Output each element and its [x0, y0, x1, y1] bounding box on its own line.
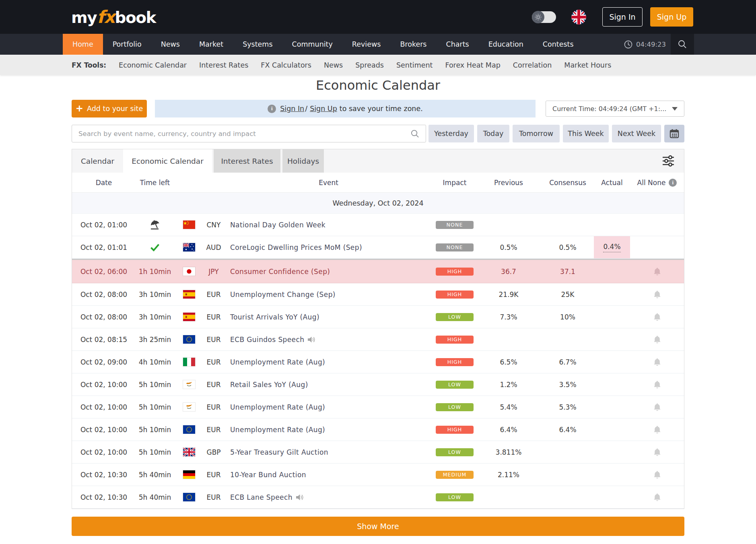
event-search-input[interactable]	[72, 130, 410, 138]
search-icon[interactable]	[410, 129, 420, 138]
event-name[interactable]: Tourist Arrivals YoY (Aug)	[223, 306, 434, 328]
fx-tool-link-interest-rates[interactable]: Interest Rates	[199, 61, 248, 69]
fx-tool-link-spreads[interactable]: Spreads	[355, 61, 384, 69]
event-row[interactable]: Oct 02, 09:004h 10minEURUnemployment Rat…	[72, 351, 684, 373]
timezone-select-value: Current Time: 04:49:24 (GMT +1:...	[552, 105, 666, 113]
event-flag	[174, 351, 204, 373]
calendar-picker-button[interactable]	[664, 125, 684, 142]
event-previous	[476, 328, 542, 350]
tab-economic-calendar[interactable]: Economic Calendar	[123, 149, 212, 173]
event-consensus: 0.5%	[542, 236, 594, 258]
event-currency: EUR	[204, 328, 223, 350]
tab-interest-rates[interactable]: Interest Rates	[214, 149, 280, 173]
event-row[interactable]: Oct 02, 10:005h 10minEURUnemployment Rat…	[72, 418, 684, 441]
nav-item-education[interactable]: Education	[479, 34, 533, 55]
event-row[interactable]: Oct 02, 10:005h 10minGBP5-Year Treasury …	[72, 441, 684, 464]
event-impact: LOW	[434, 441, 476, 463]
event-name[interactable]: Unemployment Change (Sep)	[223, 283, 434, 305]
actual-highlight-cell[interactable]: 0.4%	[594, 236, 630, 258]
event-alert[interactable]	[630, 464, 684, 486]
event-alert[interactable]	[630, 396, 684, 418]
event-name[interactable]: 10-Year Bund Auction	[223, 464, 434, 486]
event-name[interactable]: ECB Lane Speech	[223, 486, 434, 508]
sign-in-button[interactable]: Sign In	[602, 7, 643, 27]
today-button[interactable]: Today	[477, 125, 509, 142]
event-row[interactable]: Oct 02, 08:003h 10minEURTourist Arrivals…	[72, 306, 684, 328]
header-all-none[interactable]: All None i	[630, 179, 684, 187]
nav-item-brokers[interactable]: Brokers	[390, 34, 436, 55]
event-row[interactable]: Oct 02, 10:005h 10minEURUnemployment Rat…	[72, 396, 684, 418]
add-to-your-site-button[interactable]: + Add to your site	[72, 100, 147, 117]
event-alert[interactable]	[630, 214, 684, 236]
sign-up-button[interactable]: Sign Up	[650, 7, 693, 27]
nav-item-contests[interactable]: Contests	[533, 34, 583, 55]
event-flag	[174, 418, 204, 441]
language-flag-uk-icon[interactable]	[571, 10, 586, 25]
fx-tool-link-forex-heat-map[interactable]: Forex Heat Map	[445, 61, 500, 69]
nav-item-market[interactable]: Market	[190, 34, 233, 55]
event-name[interactable]: Unemployment Rate (Aug)	[223, 351, 434, 373]
event-row[interactable]: Oct 02, 10:005h 10minEURRetail Sales YoY…	[72, 373, 684, 396]
event-row[interactable]: Oct 02, 08:003h 10minEURUnemployment Cha…	[72, 283, 684, 306]
time-left-value: 5h 40min	[139, 493, 171, 501]
event-alert[interactable]	[630, 236, 684, 258]
event-alert[interactable]	[630, 418, 684, 441]
yesterday-button[interactable]: Yesterday	[428, 125, 474, 142]
event-name[interactable]: CoreLogic Dwelling Prices MoM (Sep)	[223, 236, 434, 258]
event-name[interactable]: Unemployment Rate (Aug)	[223, 418, 434, 441]
nav-item-home[interactable]: Home	[63, 34, 103, 55]
tomorrow-button[interactable]: Tomorrow	[513, 125, 560, 142]
event-name[interactable]: Retail Sales YoY (Aug)	[223, 373, 434, 396]
event-name[interactable]: 5-Year Treasury Gilt Auction	[223, 441, 434, 463]
fx-tool-link-economic-calendar[interactable]: Economic Calendar	[119, 61, 187, 69]
nav-item-reviews[interactable]: Reviews	[342, 34, 391, 55]
event-time-left: 3h 25min	[136, 328, 174, 350]
event-name[interactable]: National Day Golden Week	[223, 214, 434, 236]
event-alert[interactable]	[630, 328, 684, 350]
event-consensus: 6.7%	[542, 351, 594, 373]
event-row[interactable]: Oct 02, 10:305h 40minEUR10-Year Bund Auc…	[72, 464, 684, 486]
event-row[interactable]: Oct 02, 10:305h 40minEURECB Lane SpeechL…	[72, 486, 684, 509]
nav-item-community[interactable]: Community	[282, 34, 342, 55]
timezone-select[interactable]: Current Time: 04:49:24 (GMT +1:...	[546, 101, 684, 117]
nav-search-button[interactable]	[671, 34, 694, 55]
bell-icon	[653, 493, 661, 502]
event-impact: LOW	[434, 373, 476, 396]
impact-badge: HIGH	[436, 426, 474, 434]
this-week-button[interactable]: This Week	[563, 125, 609, 142]
fx-tool-link-correlation[interactable]: Correlation	[513, 61, 552, 69]
event-alert[interactable]	[630, 283, 684, 305]
event-alert[interactable]	[630, 260, 684, 283]
event-alert[interactable]	[630, 306, 684, 328]
filter-button[interactable]	[662, 155, 674, 167]
event-row[interactable]: Oct 02, 08:153h 25minEURECB Guindos Spee…	[72, 328, 684, 351]
nav-item-news[interactable]: News	[151, 34, 190, 55]
speaker-icon	[296, 493, 304, 501]
next-week-button[interactable]: Next Week	[612, 125, 661, 142]
event-alert[interactable]	[630, 351, 684, 373]
fx-tool-link-news[interactable]: News	[324, 61, 343, 69]
show-more-button[interactable]: Show More	[72, 517, 684, 536]
timezone-sign-in-link[interactable]: Sign In	[280, 105, 304, 113]
event-alert[interactable]	[630, 373, 684, 396]
event-alert[interactable]	[630, 486, 684, 508]
tab-calendar[interactable]: Calendar	[72, 149, 123, 173]
nav-item-charts[interactable]: Charts	[437, 34, 479, 55]
event-row[interactable]: Oct 02, 01:01AUDCoreLogic Dwelling Price…	[72, 236, 684, 259]
nav-item-systems[interactable]: Systems	[233, 34, 282, 55]
event-row[interactable]: Oct 02, 06:001h 10minJPYConsumer Confide…	[72, 259, 684, 283]
theme-toggle[interactable]	[532, 11, 556, 23]
timezone-sign-up-link[interactable]: Sign Up	[310, 105, 337, 113]
fx-tool-link-sentiment[interactable]: Sentiment	[396, 61, 433, 69]
tab-holidays[interactable]: Holidays	[282, 149, 324, 173]
event-name[interactable]: Unemployment Rate (Aug)	[223, 396, 434, 418]
myfxbook-logo[interactable]: myfxbook	[71, 7, 156, 27]
event-row[interactable]: Oct 02, 01:00CNYNational Day Golden Week…	[72, 214, 684, 236]
event-name[interactable]: ECB Guindos Speech	[223, 328, 434, 350]
event-alert[interactable]	[630, 441, 684, 463]
fx-tool-link-fx-calculators[interactable]: FX Calculators	[261, 61, 311, 69]
event-currency: EUR	[204, 396, 223, 418]
event-name[interactable]: Consumer Confidence (Sep)	[223, 260, 434, 283]
nav-item-portfolio[interactable]: Portfolio	[103, 34, 151, 55]
fx-tool-link-market-hours[interactable]: Market Hours	[564, 61, 611, 69]
